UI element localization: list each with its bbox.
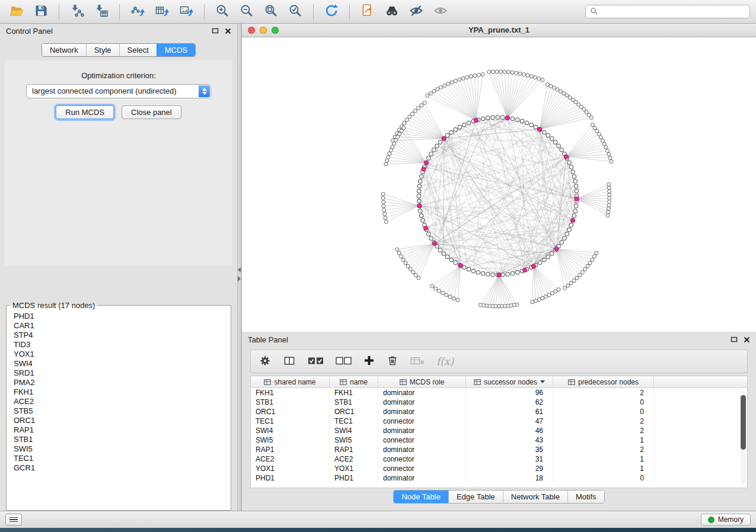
network-node[interactable]	[417, 199, 420, 203]
network-dominator-node[interactable]	[575, 197, 579, 201]
network-leaf-node[interactable]	[448, 295, 452, 299]
criterion-dropdown[interactable]: largest connected component (undirected)	[26, 84, 211, 98]
network-leaf-node[interactable]	[537, 298, 541, 302]
search-input[interactable]	[601, 8, 745, 16]
network-leaf-node[interactable]	[575, 276, 579, 280]
network-node[interactable]	[486, 116, 490, 120]
network-node[interactable]	[427, 156, 430, 160]
network-leaf-node[interactable]	[389, 149, 393, 152]
network-leaf-node[interactable]	[607, 203, 611, 207]
network-leaf-node[interactable]	[589, 116, 593, 120]
network-leaf-node[interactable]	[608, 190, 611, 193]
export-image-button[interactable]	[176, 3, 197, 21]
network-leaf-node[interactable]	[541, 78, 544, 82]
column-header-successor-nodes[interactable]: successor nodes	[466, 376, 553, 387]
network-leaf-node[interactable]	[399, 255, 403, 258]
network-node[interactable]	[550, 252, 553, 255]
table-row[interactable]: SWI5SWI5connector431	[251, 435, 747, 445]
network-leaf-node[interactable]	[563, 286, 566, 290]
network-leaf-node[interactable]	[384, 220, 388, 223]
network-node[interactable]	[511, 117, 514, 120]
network-leaf-node[interactable]	[430, 284, 434, 288]
network-leaf-node[interactable]	[441, 291, 445, 295]
network-node[interactable]	[445, 255, 449, 258]
import-network-file-button[interactable]	[66, 3, 88, 21]
network-dominator-node[interactable]	[442, 136, 446, 140]
network-node[interactable]	[491, 273, 495, 277]
delete-column-button[interactable]	[387, 353, 398, 370]
network-leaf-node[interactable]	[382, 200, 385, 204]
network-leaf-node[interactable]	[515, 71, 518, 75]
network-dominator-node[interactable]	[424, 161, 428, 165]
close-table-panel-icon[interactable]	[744, 336, 750, 343]
network-node[interactable]	[553, 140, 557, 144]
network-leaf-node[interactable]	[434, 287, 438, 290]
network-node[interactable]	[496, 116, 499, 119]
float-panel-icon[interactable]	[212, 27, 219, 34]
close-panel-icon[interactable]	[225, 28, 231, 34]
window-zoom-icon[interactable]	[272, 27, 279, 34]
network-node[interactable]	[569, 223, 573, 227]
tab-select[interactable]: Select	[119, 44, 157, 56]
export-network-button[interactable]	[127, 3, 148, 21]
network-node[interactable]	[454, 261, 457, 264]
network-node[interactable]	[543, 258, 546, 261]
network-leaf-node[interactable]	[499, 70, 502, 73]
mcds-result-item[interactable]: RAP1	[8, 425, 231, 435]
network-leaf-node[interactable]	[608, 193, 611, 197]
network-node[interactable]	[546, 133, 550, 137]
network-leaf-node[interactable]	[526, 73, 529, 77]
network-node[interactable]	[520, 119, 524, 123]
network-leaf-node[interactable]	[465, 76, 469, 79]
table-settings-button[interactable]	[259, 353, 271, 370]
network-node[interactable]	[560, 241, 563, 244]
network-node[interactable]	[421, 219, 425, 222]
mcds-result-item[interactable]: PHD1	[8, 312, 231, 321]
share-document-button[interactable]	[357, 3, 378, 21]
search-network-button[interactable]	[381, 3, 403, 21]
table-row[interactable]: FKH1FKH1dominator962	[251, 388, 747, 398]
mcds-result-item[interactable]: FKH1	[8, 387, 231, 397]
network-leaf-node[interactable]	[522, 73, 525, 76]
mcds-result-item[interactable]: GCR1	[8, 463, 231, 473]
network-leaf-node[interactable]	[553, 86, 556, 89]
network-leaf-node[interactable]	[436, 88, 439, 91]
network-leaf-node[interactable]	[606, 149, 610, 153]
network-node[interactable]	[449, 130, 453, 134]
network-leaf-node[interactable]	[580, 270, 584, 274]
network-dominator-node[interactable]	[571, 218, 575, 222]
network-node[interactable]	[573, 180, 577, 183]
network-leaf-node[interactable]	[432, 89, 436, 93]
network-leaf-node[interactable]	[569, 281, 573, 285]
network-leaf-node[interactable]	[395, 248, 399, 251]
float-table-panel-icon[interactable]	[731, 336, 738, 343]
network-node[interactable]	[573, 209, 577, 213]
mcds-result-item[interactable]: YOX1	[8, 350, 231, 359]
network-dominator-node[interactable]	[474, 118, 478, 123]
add-column-button[interactable]	[363, 353, 375, 370]
network-node[interactable]	[486, 273, 490, 276]
network-leaf-node[interactable]	[381, 193, 385, 196]
network-leaf-node[interactable]	[429, 92, 432, 95]
column-header-mcds-role[interactable]: MCDS role	[378, 376, 466, 387]
network-node[interactable]	[534, 125, 537, 129]
network-node[interactable]	[467, 267, 470, 271]
zoom-selected-button[interactable]	[285, 3, 306, 21]
tab-network[interactable]: Network	[42, 44, 86, 56]
network-leaf-node[interactable]	[412, 270, 415, 274]
status-menu-button[interactable]	[5, 514, 22, 525]
network-leaf-node[interactable]	[408, 115, 412, 118]
table-row[interactable]: ACE2ACE2connector311	[251, 454, 747, 464]
network-node[interactable]	[438, 140, 442, 144]
network-leaf-node[interactable]	[604, 146, 608, 149]
network-leaf-node[interactable]	[473, 74, 477, 78]
network-leaf-node[interactable]	[479, 303, 482, 307]
network-node[interactable]	[572, 175, 576, 178]
network-node[interactable]	[462, 123, 466, 126]
network-leaf-node[interactable]	[607, 186, 611, 190]
network-node[interactable]	[429, 152, 433, 156]
select-all-rows-button[interactable]	[308, 353, 324, 370]
network-dominator-node[interactable]	[497, 273, 501, 277]
save-session-button[interactable]	[30, 3, 52, 21]
memory-button[interactable]: Memory	[701, 514, 751, 525]
